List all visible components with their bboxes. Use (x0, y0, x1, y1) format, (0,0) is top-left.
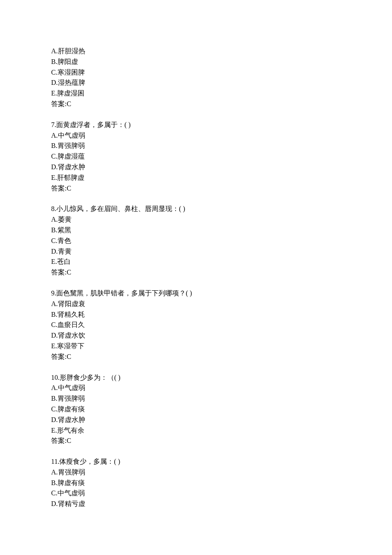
text-line: A.肾阳虚衰 (51, 299, 341, 309)
text-line: A.中气虚弱 (51, 383, 341, 393)
text-line: 答案:C (51, 267, 341, 278)
text-line: 答案:C (51, 436, 341, 446)
text-line: 8.小儿惊风，多在眉间、鼻柱、唇周显现：( ) (51, 204, 341, 214)
question-block: 8.小儿惊风，多在眉间、鼻柱、唇周显现：( )A.萎黄B.紫黑C.青色D.青黄E… (51, 204, 341, 278)
text-line: 答案:C (51, 99, 341, 110)
text-line: B.脾虚有痰 (51, 478, 341, 489)
question-block: 7.面黄虚浮者，多属于：( )A.中气虚弱B.胃强脾弱C.脾虚湿蕴D.肾虚水肿E… (51, 120, 341, 194)
text-line: A.胃强脾弱 (51, 467, 341, 478)
text-line: 10.形胖食少多为：（( ) (51, 373, 341, 383)
text-line: 9.面色黧黑，肌肤甲错者，多属于下列哪项？( ) (51, 288, 341, 299)
document-page: A.肝胆湿热B.脾阳虚C.寒湿困脾D.湿热蕴脾E.脾虚湿困答案:C7.面黄虚浮者… (0, 0, 392, 555)
text-line: 答案:C (51, 183, 341, 194)
text-line: A.萎黄 (51, 214, 341, 225)
text-line: C.脾虚有痰 (51, 404, 341, 415)
text-line: A.中气虚弱 (51, 130, 341, 141)
text-line: E.苍白 (51, 257, 341, 267)
question-block: 11.体瘦食少，多属：( )A.胃强脾弱B.脾虚有痰C.中气虚弱D.肾精亏虚 (51, 457, 341, 509)
text-line: B.胃强脾弱 (51, 141, 341, 151)
question-block: 10.形胖食少多为：（( )A.中气虚弱B.胃强脾弱C.脾虚有痰D.肾虚水肿E.… (51, 373, 341, 447)
text-line: 11.体瘦食少，多属：( ) (51, 457, 341, 467)
text-line: B.脾阳虚 (51, 57, 341, 67)
text-line: D.肾精亏虚 (51, 499, 341, 509)
text-line: B.胃强脾弱 (51, 393, 341, 404)
text-line: E.脾虚湿困 (51, 88, 341, 99)
text-line: D.肾虚水饮 (51, 330, 341, 341)
text-line: C.脾虚湿蕴 (51, 151, 341, 162)
text-line: 答案:C (51, 352, 341, 362)
text-line: C.寒湿困脾 (51, 67, 341, 78)
text-line: D.青黄 (51, 246, 341, 257)
text-line: B.紫黑 (51, 225, 341, 236)
text-line: C.青色 (51, 236, 341, 246)
text-line: 7.面黄虚浮者，多属于：( ) (51, 120, 341, 130)
text-line: E.肝郁脾虚 (51, 173, 341, 183)
text-line: B.肾精久耗 (51, 309, 341, 320)
text-line: D.肾虚水肿 (51, 162, 341, 173)
question-block: 9.面色黧黑，肌肤甲错者，多属于下列哪项？( )A.肾阳虚衰B.肾精久耗C.血瘀… (51, 288, 341, 362)
text-line: C.中气虚弱 (51, 488, 341, 499)
text-line: D.肾虚水肿 (51, 415, 341, 425)
text-line: C.血瘀日久 (51, 320, 341, 330)
question-block: A.肝胆湿热B.脾阳虚C.寒湿困脾D.湿热蕴脾E.脾虚湿困答案:C (51, 46, 341, 110)
text-line: A.肝胆湿热 (51, 46, 341, 57)
text-line: D.湿热蕴脾 (51, 78, 341, 88)
text-line: E.形气有余 (51, 425, 341, 436)
text-line: E.寒湿带下 (51, 341, 341, 352)
